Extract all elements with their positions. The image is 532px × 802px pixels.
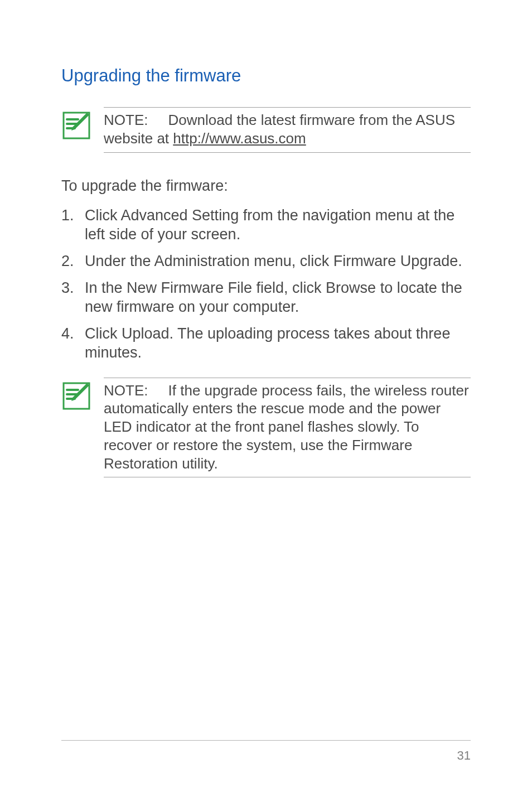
note-body: If the upgrade process fails, the wirele… xyxy=(104,382,469,472)
note-icon xyxy=(61,110,91,141)
section-heading: Upgrading the firmware xyxy=(61,66,471,86)
footer-rule xyxy=(61,740,471,741)
intro-text: To upgrade the firmware: xyxy=(61,177,471,195)
note-icon xyxy=(61,381,91,411)
note-block-2: NOTE: If the upgrade process fails, the … xyxy=(61,378,471,478)
note-block-1: NOTE: Download the latest firmware from … xyxy=(61,107,471,153)
step-item: Click Upload. The uploading process take… xyxy=(61,324,471,362)
page-number: 31 xyxy=(457,748,471,763)
steps-list: Click Advanced Setting from the navigati… xyxy=(61,206,471,362)
note-text-1: NOTE: Download the latest firmware from … xyxy=(104,107,471,153)
note-text-2: NOTE: If the upgrade process fails, the … xyxy=(104,378,471,478)
step-item: Under the Administration menu, click Fir… xyxy=(61,252,471,270)
note-link: http://www.asus.com xyxy=(173,130,306,147)
note-prefix: NOTE: xyxy=(104,382,148,399)
step-item: In the New Firmware File field, click Br… xyxy=(61,278,471,316)
note-prefix: NOTE: xyxy=(104,112,148,128)
step-item: Click Advanced Setting from the navigati… xyxy=(61,206,471,244)
